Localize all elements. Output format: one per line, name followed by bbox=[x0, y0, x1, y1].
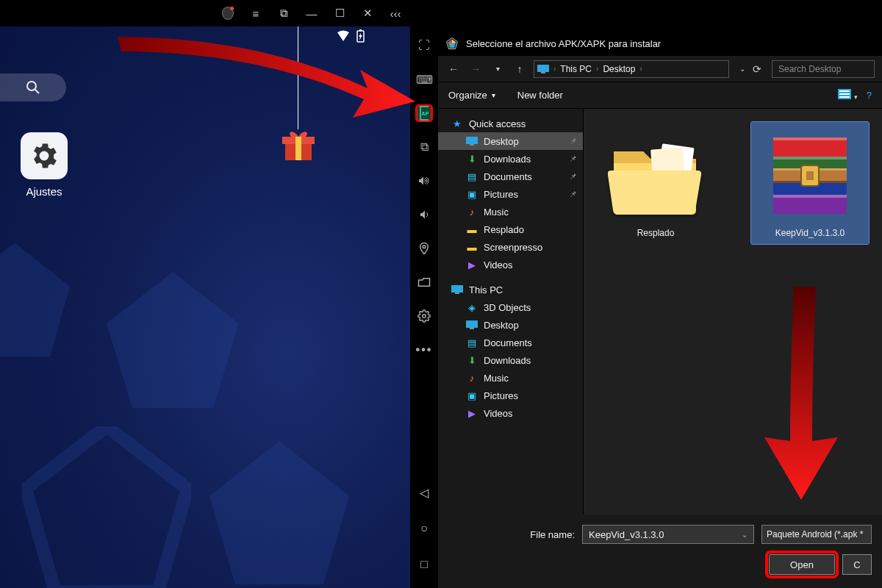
tree-pc-desktop[interactable]: Desktop bbox=[438, 316, 583, 334]
account-avatar-icon[interactable] bbox=[222, 7, 234, 19]
file-keepvid-archive[interactable]: KeepVid_v3.1.3.0 bbox=[751, 122, 869, 244]
search-button[interactable] bbox=[0, 74, 66, 101]
folder-icon bbox=[603, 128, 709, 223]
svg-line-7 bbox=[35, 90, 39, 93]
tree-pc-documents[interactable]: ▤Documents bbox=[438, 334, 583, 351]
keyboard-mapping-icon[interactable]: ⌨ bbox=[415, 71, 433, 88]
volume-up-icon[interactable]: 🔊︎ bbox=[415, 172, 433, 190]
svg-rect-28 bbox=[451, 285, 463, 293]
cancel-button[interactable]: C bbox=[842, 554, 872, 575]
dialog-titlebar: Seleccione el archivo APK/XAPK para inst… bbox=[438, 31, 882, 56]
svg-rect-39 bbox=[773, 157, 847, 159]
svg-rect-30 bbox=[466, 320, 478, 328]
tree-music[interactable]: ♪Music bbox=[438, 203, 583, 220]
tree-downloads[interactable]: ⬇Downloads📌︎ bbox=[438, 150, 583, 168]
home-icon[interactable]: ○ bbox=[415, 520, 433, 537]
tree-videos[interactable]: ▶Videos bbox=[438, 256, 583, 273]
tree-pictures[interactable]: ▣Pictures📌︎ bbox=[438, 185, 583, 203]
multi-instance-icon[interactable]: ⧉ bbox=[415, 138, 433, 156]
bg-pentagon bbox=[22, 426, 191, 588]
collapse-sidebar-icon[interactable]: ‹‹‹ bbox=[390, 7, 401, 19]
shared-folder-icon[interactable] bbox=[415, 273, 433, 291]
settings-icon[interactable] bbox=[415, 307, 433, 325]
filename-label: File name: bbox=[448, 529, 575, 540]
svg-rect-29 bbox=[455, 293, 459, 294]
multitask-icon[interactable]: ⧉ bbox=[278, 7, 290, 19]
svg-marker-3 bbox=[0, 243, 70, 356]
nav-history-dropdown-icon[interactable]: ▾ bbox=[490, 65, 506, 73]
folder-tree[interactable]: ★Quick access Desktop📌︎ ⬇Downloads📌︎ ▤Do… bbox=[438, 109, 584, 514]
dialog-title: Seleccione el archivo APK/XAPK para inst… bbox=[466, 38, 661, 49]
svg-marker-0 bbox=[107, 272, 239, 408]
tree-screenpresso[interactable]: ▬Screenpresso bbox=[438, 238, 583, 256]
dialog-toolbar: Organize▾ New folder ▾ ? bbox=[438, 82, 882, 109]
svg-rect-25 bbox=[839, 96, 850, 98]
tree-resplado[interactable]: ▬Resplado bbox=[438, 220, 583, 238]
crumb-root[interactable]: This PC bbox=[560, 64, 592, 74]
chevron-down-icon[interactable]: ⌄ bbox=[742, 531, 747, 539]
install-apk-button[interactable]: APK bbox=[415, 104, 433, 122]
wifi-icon bbox=[336, 30, 351, 42]
svg-point-6 bbox=[27, 82, 36, 90]
emulator-titlebar: ≡ ⧉ — ☐ ✕ ‹‹‹ bbox=[0, 0, 410, 26]
tree-documents[interactable]: ▤Documents📌︎ bbox=[438, 168, 583, 185]
recent-apps-icon[interactable]: □ bbox=[415, 556, 433, 573]
svg-marker-2 bbox=[209, 441, 349, 584]
new-folder-button[interactable]: New folder bbox=[517, 90, 563, 101]
crumb-current[interactable]: Desktop bbox=[603, 64, 635, 74]
svg-rect-10 bbox=[295, 137, 301, 160]
nav-forward-icon[interactable]: → bbox=[467, 63, 484, 75]
svg-rect-24 bbox=[839, 93, 850, 95]
svg-rect-5 bbox=[359, 29, 362, 31]
tree-desktop[interactable]: Desktop📌︎ bbox=[438, 132, 583, 150]
back-icon[interactable]: ◁ bbox=[415, 484, 433, 501]
more-options-icon[interactable]: ••• bbox=[415, 341, 433, 359]
battery-icon bbox=[356, 29, 365, 43]
android-nav-bar: ◁ ○ □ bbox=[410, 484, 438, 573]
location-icon[interactable] bbox=[415, 240, 433, 257]
fullscreen-icon[interactable]: ⛶ bbox=[415, 37, 433, 54]
nav-up-icon[interactable]: ↑ bbox=[512, 63, 528, 75]
help-icon[interactable]: ? bbox=[867, 90, 872, 101]
filename-input[interactable]: KeepVid_v3.1.3.0 ⌄ bbox=[582, 525, 754, 544]
view-mode-icon[interactable]: ▾ bbox=[838, 89, 858, 101]
file-type-filter[interactable]: Paquete Android (*.apk * bbox=[761, 525, 872, 544]
svg-rect-41 bbox=[773, 195, 847, 198]
tree-this-pc[interactable]: This PC bbox=[438, 281, 583, 298]
tree-quick-access[interactable]: ★Quick access bbox=[438, 115, 583, 132]
tree-pc-downloads[interactable]: ⬇Downloads bbox=[438, 351, 583, 369]
svg-rect-38 bbox=[773, 137, 847, 140]
pin-icon: 📌︎ bbox=[569, 172, 577, 181]
gift-promo-icon[interactable] bbox=[281, 129, 316, 165]
search-input[interactable]: Search Desktop bbox=[772, 60, 875, 78]
pin-icon: 📌︎ bbox=[569, 190, 577, 198]
svg-rect-46 bbox=[806, 171, 814, 180]
refresh-icon[interactable]: ⟳ bbox=[753, 63, 761, 75]
nav-back-icon[interactable]: ← bbox=[445, 63, 462, 75]
svg-point-13 bbox=[423, 245, 426, 248]
tree-3d-objects[interactable]: ◈3D Objects bbox=[438, 298, 583, 316]
tree-pc-pictures[interactable]: ▣Pictures bbox=[438, 387, 583, 404]
bg-pentagon bbox=[206, 441, 353, 588]
minimize-icon[interactable]: — bbox=[306, 7, 318, 19]
organize-menu[interactable]: Organize▾ bbox=[448, 90, 495, 101]
hamburger-menu-icon[interactable]: ≡ bbox=[250, 7, 262, 19]
maximize-icon[interactable]: ☐ bbox=[334, 7, 345, 19]
volume-down-icon[interactable]: 🔉︎ bbox=[415, 206, 433, 223]
breadcrumb-dropdown-icon[interactable]: ⌄ bbox=[739, 65, 745, 73]
tree-pc-videos[interactable]: ▶Videos bbox=[438, 404, 583, 422]
tree-pc-music[interactable]: ♪Music bbox=[438, 369, 583, 387]
emulator-home-screen: ≡ ⧉ — ☐ ✕ ‹‹‹ Ajustes bbox=[0, 0, 410, 588]
breadcrumb[interactable]: › This PC › Desktop › bbox=[534, 60, 729, 78]
svg-rect-23 bbox=[839, 90, 850, 92]
file-list[interactable]: Resplado bbox=[584, 109, 882, 514]
open-button[interactable]: Open bbox=[769, 554, 835, 575]
gift-string bbox=[298, 26, 298, 129]
search-icon bbox=[26, 80, 40, 95]
svg-text:APK: APK bbox=[422, 111, 429, 116]
file-label: Resplado bbox=[603, 228, 709, 238]
close-icon[interactable]: ✕ bbox=[362, 7, 373, 19]
svg-rect-27 bbox=[470, 144, 474, 146]
app-ajustes[interactable]: Ajustes bbox=[15, 132, 74, 198]
file-folder-resplado[interactable]: Resplado bbox=[597, 122, 714, 244]
